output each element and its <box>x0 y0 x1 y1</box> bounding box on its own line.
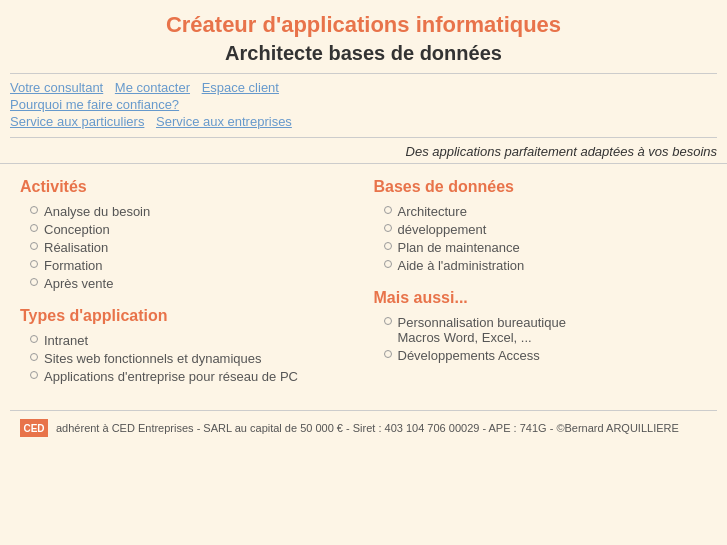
bullet-icon <box>30 224 38 232</box>
footer-text: adhérent à CED Entreprises - SARL au cap… <box>56 422 679 434</box>
bases-donnees-title: Bases de données <box>374 178 708 196</box>
nav-link-particuliers[interactable]: Service aux particuliers <box>10 114 144 129</box>
main-content: Activités Analyse du besoin Conception R… <box>0 164 727 410</box>
tagline: Des applications parfaitement adaptées à… <box>0 140 727 164</box>
mais-aussi-section: Mais aussi... Personnalisation bureautiq… <box>374 289 708 363</box>
nav-row-2: Pourquoi me faire confiance? <box>10 97 717 112</box>
list-item: Applications d'entreprise pour réseau de… <box>30 369 354 384</box>
header: Créateur d'applications informatiques Ar… <box>0 0 727 73</box>
mais-aussi-list: Personnalisation bureautiqueMacros Word,… <box>374 315 708 363</box>
bullet-icon <box>30 278 38 286</box>
list-item: Aide à l'administration <box>384 258 708 273</box>
bases-donnees-section: Bases de données Architecture développem… <box>374 178 708 273</box>
bullet-icon <box>30 371 38 379</box>
footer: CED adhérent à CED Entreprises - SARL au… <box>10 410 717 445</box>
types-application-section: Types d'application Intranet Sites web f… <box>20 307 354 384</box>
activites-title: Activités <box>20 178 354 196</box>
bullet-icon <box>30 260 38 268</box>
bases-donnees-list: Architecture développement Plan de maint… <box>374 204 708 273</box>
mid-divider <box>10 137 717 138</box>
bullet-icon <box>384 260 392 268</box>
bullet-icon <box>384 242 392 250</box>
navigation: Votre consultant Me contacter Espace cli… <box>0 74 727 135</box>
bullet-icon <box>384 317 392 325</box>
list-item: Architecture <box>384 204 708 219</box>
bullet-icon <box>30 335 38 343</box>
list-item: Personnalisation bureautiqueMacros Word,… <box>384 315 708 345</box>
nav-link-entreprises[interactable]: Service aux entreprises <box>156 114 292 129</box>
list-item: Plan de maintenance <box>384 240 708 255</box>
nav-link-contact[interactable]: Me contacter <box>115 80 190 95</box>
mais-aussi-title: Mais aussi... <box>374 289 708 307</box>
list-item: Formation <box>30 258 354 273</box>
list-item: Réalisation <box>30 240 354 255</box>
types-application-list: Intranet Sites web fonctionnels et dynam… <box>20 333 354 384</box>
bullet-icon <box>30 206 38 214</box>
right-column: Bases de données Architecture développem… <box>364 174 718 400</box>
nav-link-consultant[interactable]: Votre consultant <box>10 80 103 95</box>
bullet-icon <box>30 242 38 250</box>
list-item: développement <box>384 222 708 237</box>
main-title: Créateur d'applications informatiques <box>10 12 717 38</box>
nav-row-3: Service aux particuliers Service aux ent… <box>10 114 717 129</box>
nav-row-1: Votre consultant Me contacter Espace cli… <box>10 80 717 95</box>
activites-section: Activités Analyse du besoin Conception R… <box>20 178 354 291</box>
list-item: Intranet <box>30 333 354 348</box>
list-item: Conception <box>30 222 354 237</box>
bullet-icon <box>384 206 392 214</box>
nav-link-confiance[interactable]: Pourquoi me faire confiance? <box>10 97 179 112</box>
list-item: Développements Access <box>384 348 708 363</box>
ced-logo: CED <box>20 419 48 437</box>
sub-title: Architecte bases de données <box>10 42 717 65</box>
bullet-icon <box>30 353 38 361</box>
left-column: Activités Analyse du besoin Conception R… <box>10 174 364 400</box>
list-item: Analyse du besoin <box>30 204 354 219</box>
bullet-icon <box>384 350 392 358</box>
list-item: Sites web fonctionnels et dynamiques <box>30 351 354 366</box>
list-item: Après vente <box>30 276 354 291</box>
types-application-title: Types d'application <box>20 307 354 325</box>
activites-list: Analyse du besoin Conception Réalisation… <box>20 204 354 291</box>
bullet-icon <box>384 224 392 232</box>
nav-link-espace-client[interactable]: Espace client <box>202 80 279 95</box>
